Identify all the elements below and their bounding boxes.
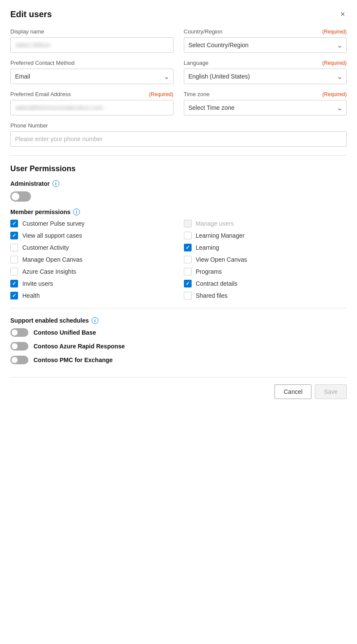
member-info-icon[interactable]: i [73, 209, 80, 215]
edit-users-modal: Edit users × Display name Country/Region… [0, 0, 357, 644]
country-label: Country/Region (Required) [184, 28, 347, 35]
admin-label: Administrator [10, 180, 50, 187]
invite-users-checkbox[interactable] [10, 280, 18, 287]
view-canvas-label: View Open Canvas [196, 256, 247, 263]
list-item: Azure Case Insights [10, 268, 174, 275]
language-select-wrapper: English (United States) [184, 69, 347, 84]
timezone-group: Time zone (Required) Select Time zone [184, 91, 347, 115]
list-item: Manage users [184, 220, 347, 227]
email-input[interactable] [10, 100, 174, 115]
contact-method-select[interactable]: Email [10, 69, 174, 84]
customer-activity-label: Customer Activity [22, 244, 69, 251]
admin-toggle-wrapper [10, 191, 347, 202]
schedules-section: Support enabled schedules i Contoso Unif… [10, 317, 347, 364]
contract-details-checkbox[interactable] [184, 280, 192, 287]
unified-base-label: Contoso Unified Base [34, 329, 96, 336]
contact-method-label: Preferred Contact Method [10, 60, 174, 66]
schedules-info-icon[interactable]: i [92, 317, 98, 324]
section-divider [10, 155, 347, 156]
list-item: Health [10, 292, 174, 299]
language-group: Language (Required) English (United Stat… [184, 60, 347, 84]
modal-footer: Cancel Save [10, 377, 347, 399]
pmc-exchange-toggle[interactable] [10, 356, 28, 364]
email-group: Preferred Email Address (Required) [10, 91, 174, 115]
close-button[interactable]: × [339, 9, 347, 20]
azure-insights-checkbox[interactable] [10, 268, 18, 275]
health-label: Health [22, 292, 40, 299]
learning-label: Learning [196, 244, 220, 251]
list-item: Contract details [184, 280, 347, 287]
cancel-button[interactable]: Cancel [275, 384, 311, 399]
list-item: View all support cases [10, 232, 174, 239]
language-label: Language (Required) [184, 60, 347, 66]
shared-files-checkbox[interactable] [184, 292, 192, 299]
list-item: Contoso PMC for Exchange [10, 356, 347, 364]
health-checkbox[interactable] [10, 292, 18, 299]
schedules-title: Support enabled schedules i [10, 317, 347, 324]
permissions-grid: Customer Pulse survey Manage users View … [10, 220, 347, 299]
list-item: Contoso Azure Rapid Response [10, 342, 347, 351]
form-grid: Display name Country/Region (Required) S… [10, 28, 347, 147]
display-name-label: Display name [10, 28, 174, 35]
admin-subsection: Administrator i [10, 180, 347, 187]
view-canvas-checkbox[interactable] [184, 256, 192, 263]
customer-pulse-checkbox[interactable] [10, 220, 18, 227]
schedules-label: Support enabled schedules [10, 317, 89, 324]
list-item: View Open Canvas [184, 256, 347, 263]
contact-method-select-wrapper: Email [10, 69, 174, 84]
admin-toggle[interactable] [10, 191, 31, 202]
save-button[interactable]: Save [315, 384, 347, 399]
timezone-select[interactable]: Select Time zone [184, 100, 347, 115]
phone-label: Phone Number [10, 122, 347, 129]
country-select[interactable]: Select Country/Region [184, 37, 347, 53]
shared-files-label: Shared files [196, 292, 228, 299]
contact-method-group: Preferred Contact Method Email [10, 60, 174, 84]
admin-toggle-slider [10, 191, 31, 202]
learning-manager-checkbox[interactable] [184, 232, 192, 239]
invite-users-label: Invite users [22, 280, 53, 287]
timezone-label: Time zone (Required) [184, 91, 347, 97]
admin-info-icon[interactable]: i [52, 180, 59, 187]
permissions-section: User Permissions Administrator i Member … [10, 164, 347, 299]
member-label: Member permissions [10, 209, 70, 215]
unified-base-toggle[interactable] [10, 328, 28, 337]
customer-activity-checkbox[interactable] [10, 244, 18, 251]
modal-header: Edit users × [10, 9, 347, 20]
list-item: Programs [184, 268, 347, 275]
phone-input[interactable] [10, 131, 347, 147]
modal-title: Edit users [10, 9, 52, 19]
manage-users-checkbox[interactable] [184, 220, 192, 227]
display-name-input[interactable] [10, 37, 174, 53]
azure-insights-label: Azure Case Insights [22, 268, 76, 275]
phone-group: Phone Number [10, 122, 347, 147]
list-item: Contoso Unified Base [10, 328, 347, 337]
country-group: Country/Region (Required) Select Country… [184, 28, 347, 53]
list-item: Customer Pulse survey [10, 220, 174, 227]
learning-manager-label: Learning Manager [196, 232, 245, 239]
azure-rapid-label: Contoso Azure Rapid Response [34, 343, 125, 350]
manage-canvas-label: Manage Open Canvas [22, 256, 82, 263]
list-item: Learning [184, 244, 347, 251]
unified-base-slider [10, 328, 28, 337]
customer-pulse-label: Customer Pulse survey [22, 220, 85, 227]
timezone-required: (Required) [322, 91, 347, 97]
programs-checkbox[interactable] [184, 268, 192, 275]
pmc-exchange-slider [10, 356, 28, 364]
view-support-label: View all support cases [22, 232, 82, 239]
email-required: (Required) [149, 91, 174, 97]
list-item: Customer Activity [10, 244, 174, 251]
list-item: Learning Manager [184, 232, 347, 239]
azure-rapid-slider [10, 342, 28, 351]
display-name-group: Display name [10, 28, 174, 53]
list-item: Manage Open Canvas [10, 256, 174, 263]
language-required: (Required) [322, 60, 347, 66]
view-support-checkbox[interactable] [10, 232, 18, 239]
member-permissions-title: Member permissions i [10, 209, 347, 215]
language-select[interactable]: English (United States) [184, 69, 347, 84]
section-divider-2 [10, 308, 347, 308]
email-label: Preferred Email Address (Required) [10, 91, 174, 97]
azure-rapid-toggle[interactable] [10, 342, 28, 351]
learning-checkbox[interactable] [184, 244, 192, 251]
list-item: Invite users [10, 280, 174, 287]
manage-canvas-checkbox[interactable] [10, 256, 18, 263]
